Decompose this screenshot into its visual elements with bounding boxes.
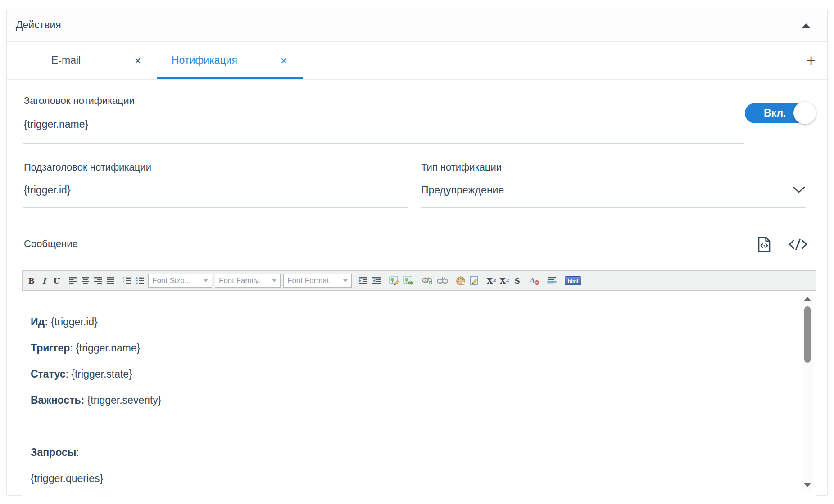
- notification-type-label: Тип нотификации: [421, 162, 502, 173]
- editor-line: {trigger.queries}: [31, 465, 798, 491]
- scroll-up-icon: [804, 297, 811, 301]
- select-arrow-icon: [204, 279, 208, 282]
- align-justify-icon: [106, 277, 115, 284]
- select-arrow-icon: [343, 279, 348, 282]
- toggle-knob[interactable]: [793, 102, 816, 124]
- unlink-icon: [437, 277, 449, 285]
- tabs-row: E-mail × Нотификация × +: [7, 42, 827, 80]
- edit-block-button[interactable]: [468, 273, 481, 288]
- active-tab-underline: [157, 77, 303, 79]
- panel-header: Действия: [7, 9, 827, 42]
- insert-image-button[interactable]: [402, 273, 416, 288]
- add-tab-button[interactable]: +: [801, 51, 821, 71]
- message-label: Сообщение: [24, 238, 78, 250]
- notification-subtitle-underline: [23, 207, 408, 208]
- subscript-button[interactable]: X2: [485, 273, 498, 288]
- source-code-button[interactable]: [788, 238, 808, 252]
- notification-title-label: Заголовок нотификации: [24, 95, 135, 107]
- enabled-toggle[interactable]: Вкл.: [745, 103, 813, 123]
- editor-line: Запросы:: [31, 439, 798, 465]
- font-size-select[interactable]: Font Size...: [148, 274, 212, 288]
- align-right-icon: [94, 277, 103, 284]
- html-source-icon: html: [565, 276, 581, 285]
- editor-content[interactable]: Ид: {trigger.id}Триггер: {trigger.name}С…: [22, 291, 816, 496]
- chevron-down-icon[interactable]: [792, 186, 806, 194]
- tab-email[interactable]: E-mail: [51, 42, 81, 79]
- strikethrough-button[interactable]: S: [511, 273, 524, 288]
- page-edit-icon: [470, 276, 480, 285]
- outdent-button[interactable]: [370, 273, 384, 288]
- numbered-list-icon: 1 2 3: [122, 277, 132, 284]
- image-insert-icon: [403, 276, 414, 285]
- editor-line: Важность: {trigger.severity}: [31, 387, 798, 413]
- horizontal-rule-icon: [547, 277, 558, 284]
- italic-button[interactable]: I: [38, 273, 50, 288]
- remove-format-icon: A: [529, 276, 539, 285]
- font-format-select[interactable]: Font Format: [283, 274, 352, 288]
- toggle-label: Вкл.: [764, 107, 786, 119]
- notification-title-input[interactable]: {trigger.name}: [24, 118, 88, 130]
- file-code-icon: [757, 236, 771, 252]
- bulleted-list-button[interactable]: [134, 273, 147, 288]
- notification-subtitle-input[interactable]: {trigger.id}: [24, 184, 71, 196]
- align-left-button[interactable]: [67, 273, 79, 288]
- superscript-button[interactable]: X2: [498, 273, 511, 288]
- remove-format-button[interactable]: A: [527, 273, 541, 288]
- image-edit-icon: [389, 276, 400, 285]
- code-icon: [788, 238, 808, 251]
- html-source-button[interactable]: html: [563, 273, 583, 288]
- select-arrow-icon: [272, 279, 276, 282]
- numbered-list-button[interactable]: 1 2 3: [121, 273, 134, 288]
- outdent-icon: [372, 277, 382, 284]
- panel-title: Действия: [16, 19, 61, 31]
- editor-toolbar: B I U: [22, 270, 816, 291]
- editor-line: Статус: {trigger.state}: [31, 361, 798, 387]
- indent-icon: [358, 277, 368, 284]
- font-family-select[interactable]: Font Family.: [215, 274, 281, 288]
- align-center-icon: [81, 277, 90, 284]
- align-right-button[interactable]: [92, 273, 104, 288]
- notification-subtitle-label: Подзаголовок нотификации: [24, 162, 151, 173]
- scroll-up-button[interactable]: [802, 294, 813, 304]
- text-color-button[interactable]: [454, 273, 468, 288]
- scroll-down-icon: [804, 483, 811, 487]
- link-icon: [422, 277, 433, 285]
- tab-notification-close-icon[interactable]: ×: [281, 42, 287, 79]
- collapse-button[interactable]: [798, 18, 815, 34]
- align-left-icon: [68, 277, 77, 284]
- unlink-button[interactable]: [435, 273, 450, 288]
- actions-panel: Действия E-mail × Нотификация × + Заголо…: [6, 9, 828, 496]
- scroll-down-button[interactable]: [802, 480, 813, 490]
- underline-button[interactable]: U: [50, 273, 63, 288]
- bulleted-list-icon: [136, 277, 145, 284]
- editor-line: [31, 413, 798, 439]
- align-justify-button[interactable]: [104, 273, 117, 288]
- notification-type-underline: [421, 207, 806, 208]
- collapse-arrow-icon: [802, 23, 810, 28]
- palette-icon: [456, 276, 466, 285]
- svg-text:A: A: [529, 276, 535, 285]
- editor-line: Триггер: {trigger.name}: [31, 335, 798, 361]
- bold-button[interactable]: B: [25, 273, 38, 288]
- editor-scrollbar[interactable]: [802, 293, 813, 491]
- horizontal-rule-button[interactable]: [545, 273, 559, 288]
- tab-notification[interactable]: Нотификация: [172, 42, 237, 79]
- tab-email-close-icon[interactable]: ×: [135, 42, 141, 79]
- notification-title-underline: [23, 143, 744, 144]
- link-button[interactable]: [420, 273, 435, 288]
- scrollbar-thumb[interactable]: [804, 306, 811, 363]
- screen: Действия E-mail × Нотификация × + Заголо…: [0, 0, 834, 504]
- svg-text:3: 3: [123, 282, 124, 284]
- insert-template-button[interactable]: [757, 236, 771, 254]
- align-center-button[interactable]: [79, 273, 92, 288]
- notification-type-select[interactable]: Предупреждение: [421, 184, 504, 196]
- edit-image-button[interactable]: [387, 273, 402, 288]
- editor-line: Ид: {trigger.id}: [31, 309, 798, 335]
- indent-button[interactable]: [357, 273, 370, 288]
